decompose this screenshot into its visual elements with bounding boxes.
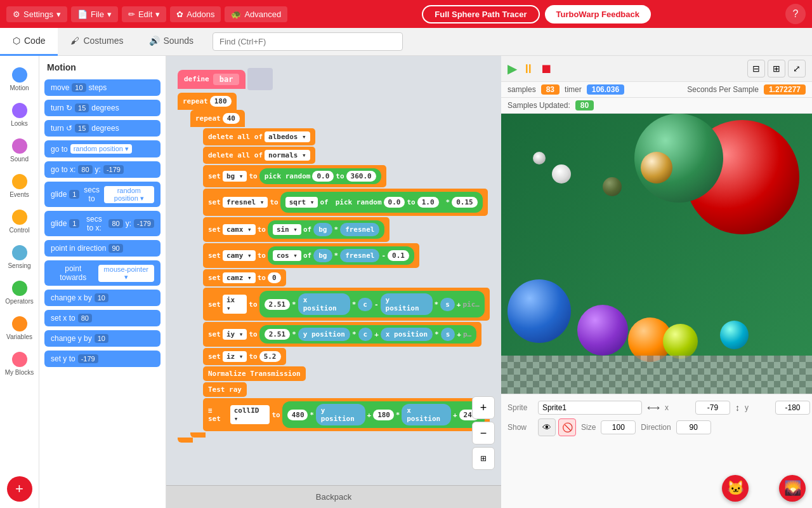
set-coll-row: ≡ set collID ▾ to 480 * y position + 180… [203, 398, 490, 431]
sidebar-item-looks[interactable]: Looks [2, 98, 37, 132]
sidebar-item-motion[interactable]: Motion [2, 62, 37, 97]
tab-sounds[interactable]: 🔊 Sounds [136, 28, 206, 56]
delete-albedos-row: delete all of albedos ▾ [203, 128, 490, 145]
operators-dot [12, 281, 27, 296]
control-dot [12, 210, 27, 225]
set-camx-block: set camx ▾ to sin ▾ of bg * fresnel [203, 217, 390, 242]
add-extension-button[interactable]: + [7, 476, 32, 502]
timer-value: 106.036 [587, 84, 624, 95]
show-button[interactable]: 👁 [538, 418, 556, 436]
blocks-category-title: Motion [44, 62, 160, 72]
set-iy-row: set iy ▾ to 2.51 * y position * c + x po… [203, 322, 490, 347]
set-fresnel-block: set fresnel ▾ to sqrt ▾ of pick random 0… [203, 189, 488, 216]
file-icon: 📄 [77, 10, 88, 19]
advanced-menu[interactable]: 🐢 Advanced [225, 6, 287, 22]
green-flag-button[interactable]: ▶ [508, 61, 517, 76]
turbowarp-button[interactable]: TurboWarp Feedback [545, 5, 651, 23]
block-change-y[interactable]: change y by 10 [44, 330, 160, 347]
search-input[interactable] [213, 32, 403, 51]
direction-input[interactable] [676, 420, 711, 434]
stage-area: ▶ ⏸ ⏹ ⊟ ⊞ ⤢ samples 83 timer 106.036 [501, 56, 812, 394]
addons-icon: ✿ [176, 10, 183, 19]
settings-menu[interactable]: ⚙ Settings ▾ [6, 6, 67, 22]
fullscreen-button[interactable]: ⤢ [788, 60, 806, 77]
sidebar-label-myblocks: My Blocks [5, 369, 34, 376]
stop-button[interactable]: ⏹ [540, 62, 553, 76]
block-set-x[interactable]: set x to 80 [44, 310, 160, 326]
zoom-reset-button[interactable]: ⊞ [472, 447, 495, 470]
delete-albedos-block: delete all of albedos ▾ [203, 128, 315, 145]
script-content[interactable]: define bar repeat 180 repeat 40 [166, 56, 501, 508]
sidebar-item-variables[interactable]: Variables [2, 311, 37, 345]
zoom-out-button[interactable]: − [472, 422, 495, 444]
advanced-icon: 🐢 [231, 10, 241, 19]
file-menu[interactable]: 📄 File ▾ [71, 6, 118, 22]
add-sprite-button[interactable]: 🐱 [722, 475, 749, 502]
zoom-in-button[interactable]: + [472, 396, 495, 419]
delete-normals-row: delete all of normals ▾ [203, 147, 490, 164]
block-set-y[interactable]: set y to -179 [44, 351, 160, 367]
help-button[interactable]: ? [785, 4, 806, 24]
motion-dot [12, 67, 27, 83]
sidebar-item-events[interactable]: Events [2, 169, 37, 203]
define-label: define [184, 75, 209, 83]
block-goto-random[interactable]: go to random position ▾ [44, 140, 160, 157]
block-turn-cw[interactable]: turn ↻ 15 degrees [44, 100, 160, 116]
settings-icon: ⚙ [13, 10, 20, 19]
path-tracer-button[interactable]: Full Sphere Path Tracer [422, 5, 539, 23]
block-point-direction[interactable]: point in direction 90 [44, 240, 160, 257]
controls-bar: ▶ ⏸ ⏹ ⊟ ⊞ ⤢ [501, 56, 812, 82]
block-change-x[interactable]: change x by 10 [44, 290, 160, 306]
x-input[interactable] [695, 401, 730, 415]
script-area: define bar repeat 180 repeat 40 [166, 56, 501, 508]
block-turn-ccw[interactable]: turn ↺ 15 degrees [44, 120, 160, 137]
backpack-bar[interactable]: Backpack [166, 485, 501, 508]
backpack-label: Backpack [316, 492, 351, 502]
normal-view-button[interactable]: ⊟ [747, 60, 765, 77]
sidebar-item-sensing[interactable]: Sensing [2, 240, 37, 274]
ball-teal [720, 321, 749, 349]
sidebar-item-control[interactable]: Control [2, 204, 37, 239]
xy-icon: ⟷ [647, 403, 660, 413]
addons-menu[interactable]: ✿ Addons [170, 6, 221, 22]
sprite-name-input[interactable] [538, 401, 642, 415]
variables-dot [12, 316, 27, 331]
add-backdrop-button[interactable]: 🌄 [779, 475, 806, 502]
define-hat-block: define bar [178, 70, 246, 89]
block-goto-xy[interactable]: go to x: 80 y: -179 [44, 161, 160, 178]
block-move[interactable]: move 10 steps [44, 79, 160, 96]
sprite-panel: Sprite ⟷ x ↕ y Show 👁 🚫 Size [501, 394, 812, 508]
block-point-towards[interactable]: point towards mouse-pointer ▾ [44, 260, 160, 286]
block-glide-xy[interactable]: glide 1 secs to x: 80 y: -179 [44, 211, 160, 236]
file-arrow-icon: ▾ [107, 10, 112, 19]
tab-costumes[interactable]: 🖌 Costumes [58, 28, 136, 56]
repeat-180-bottom [178, 438, 193, 443]
pause-button[interactable]: ⏸ [522, 62, 535, 76]
hide-button[interactable]: 🚫 [558, 418, 576, 436]
delete-normals-block: delete all of normals ▾ [203, 147, 315, 164]
show-label: Show [508, 423, 533, 432]
timer-label: timer [565, 85, 582, 94]
tab-code[interactable]: ⬡ Code [0, 28, 58, 56]
main-layout: Motion Looks Sound Events Control Sensin… [0, 56, 812, 508]
updated-value: 80 [575, 100, 594, 110]
sidebar-label-sound: Sound [10, 156, 29, 163]
tabs-row: ⬡ Code 🖌 Costumes 🔊 Sounds [0, 28, 812, 56]
ball-metallic [641, 152, 672, 184]
repeat-40-bottom [190, 432, 206, 438]
sidebar-item-myblocks[interactable]: My Blocks [2, 347, 37, 381]
size-input[interactable] [601, 420, 636, 434]
set-iz-row: set iz ▾ to 5.2 [203, 348, 490, 365]
y-input[interactable] [775, 401, 810, 415]
edit-menu[interactable]: ✏ Edit ▾ [122, 6, 166, 22]
block-glide-random[interactable]: glide 1 secs to random position ▾ [44, 182, 160, 207]
zoom-controls: + − ⊞ [472, 396, 495, 470]
big-stage-button[interactable]: ⊞ [768, 60, 785, 77]
sps-label: Seconds Per Sample [687, 85, 759, 94]
sound-dot [12, 138, 27, 154]
set-camx-row: set camx ▾ to sin ▾ of bg * fresnel [203, 217, 490, 242]
ball-dark [603, 177, 622, 196]
sidebar-item-operators[interactable]: Operators [2, 276, 37, 310]
sps-value: 1.272277 [764, 84, 806, 95]
sidebar-item-sound[interactable]: Sound [2, 133, 37, 168]
